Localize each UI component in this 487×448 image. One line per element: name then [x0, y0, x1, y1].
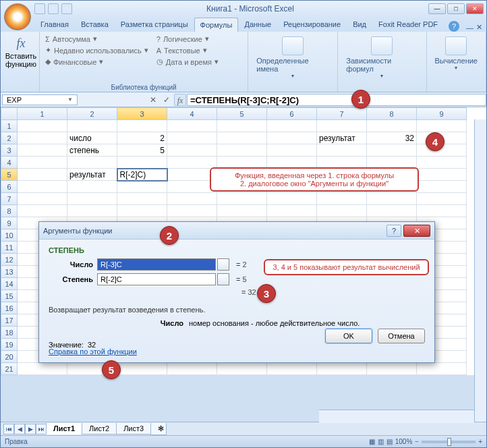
- dialog-help-button[interactable]: ?: [386, 225, 401, 237]
- formula-auditing-button[interactable]: Зависимости формул▾: [342, 34, 422, 82]
- row-header[interactable]: 5: [1, 169, 18, 181]
- range-select-icon[interactable]: [217, 258, 229, 271]
- range-select-icon[interactable]: [217, 273, 229, 285]
- row-header[interactable]: 12: [1, 254, 18, 266]
- insert-function-button[interactable]: fx Вставить функцию: [5, 34, 37, 71]
- tab-foxit[interactable]: Foxit Reader PDF: [372, 17, 444, 32]
- maximize-button[interactable]: □: [447, 3, 465, 14]
- row-header[interactable]: 20: [1, 351, 18, 363]
- row-header[interactable]: 21: [1, 363, 18, 375]
- row-header[interactable]: 6: [1, 181, 18, 193]
- sheet-nav-prev-icon[interactable]: ◀: [14, 424, 25, 435]
- tab-page-layout[interactable]: Разметка страницы: [115, 17, 194, 32]
- cell[interactable]: 5: [117, 144, 167, 157]
- recent-button[interactable]: ✦ Недавно использовались ▾: [44, 45, 150, 55]
- tab-view[interactable]: Вид: [347, 17, 372, 32]
- sheet-nav-last-icon[interactable]: ⏭: [36, 424, 47, 435]
- tab-home[interactable]: Главная: [34, 17, 75, 32]
- row-header[interactable]: 4: [1, 157, 18, 169]
- calculation-button[interactable]: Вычисление▾: [431, 34, 482, 74]
- defined-names-button[interactable]: Определенные имена▾: [252, 34, 333, 82]
- sheet-nav-first-icon[interactable]: ⏮: [3, 424, 14, 435]
- qat-redo-icon[interactable]: [61, 3, 72, 14]
- col-header[interactable]: 8: [367, 108, 417, 120]
- row-header[interactable]: 15: [1, 290, 18, 302]
- row-header[interactable]: 13: [1, 266, 18, 278]
- tab-formulas[interactable]: Формулы: [194, 18, 239, 32]
- minimize-button[interactable]: —: [428, 3, 446, 14]
- tab-data[interactable]: Данные: [238, 17, 277, 32]
- arg2-input[interactable]: [97, 273, 216, 285]
- cancel-formula-icon[interactable]: ✕: [147, 94, 159, 106]
- name-box[interactable]: EXP▼: [2, 94, 78, 105]
- vertical-scrollbar[interactable]: [474, 119, 486, 422]
- sheet-tab[interactable]: Лист2: [82, 423, 117, 435]
- tab-insert[interactable]: Вставка: [75, 17, 115, 32]
- active-cell[interactable]: R[-2]C): [117, 169, 167, 181]
- row-header[interactable]: 19: [1, 339, 18, 351]
- doc-close-icon[interactable]: ✕: [476, 23, 482, 32]
- cell[interactable]: 2: [117, 132, 167, 144]
- fx-button-icon[interactable]: fx: [174, 94, 186, 106]
- logical-button[interactable]: ? Логические ▾: [155, 34, 220, 44]
- col-header[interactable]: 6: [267, 108, 317, 120]
- col-header[interactable]: 7: [317, 108, 367, 120]
- col-header[interactable]: 1: [18, 108, 67, 120]
- help-icon[interactable]: ?: [449, 21, 459, 32]
- col-header[interactable]: 3: [117, 108, 167, 120]
- autosum-button[interactable]: Σ Автосумма ▾: [44, 34, 150, 44]
- arg1-input[interactable]: [97, 258, 216, 271]
- cell[interactable]: степень: [67, 144, 117, 157]
- office-button[interactable]: [4, 3, 31, 30]
- row-header[interactable]: 9: [1, 217, 18, 229]
- ok-button[interactable]: OK: [325, 329, 372, 343]
- zoom-in-button[interactable]: +: [478, 438, 482, 445]
- help-link[interactable]: Справка по этой функции: [49, 347, 137, 356]
- col-header[interactable]: 2: [67, 108, 117, 120]
- col-header[interactable]: 9: [417, 108, 467, 120]
- enter-formula-icon[interactable]: ✓: [161, 94, 173, 106]
- row-header[interactable]: 7: [1, 193, 18, 205]
- close-button[interactable]: ✕: [466, 3, 484, 14]
- sheet-tab[interactable]: Лист1: [46, 423, 82, 435]
- text-button[interactable]: A Текстовые ▾: [155, 45, 220, 55]
- cell[interactable]: результат: [67, 169, 117, 181]
- row-header[interactable]: 17: [1, 314, 18, 327]
- col-header[interactable]: 4: [167, 108, 217, 120]
- select-all-corner[interactable]: [1, 108, 18, 120]
- view-layout-icon[interactable]: ▥: [378, 438, 384, 445]
- row-header[interactable]: 11: [1, 242, 18, 254]
- row-header[interactable]: 2: [1, 132, 18, 144]
- datetime-button[interactable]: ◷ Дата и время ▾: [155, 57, 220, 67]
- row-header[interactable]: 10: [1, 229, 18, 242]
- cancel-button[interactable]: Отмена: [378, 329, 425, 343]
- cell[interactable]: 32: [367, 132, 417, 144]
- view-pagebreak-icon[interactable]: ▤: [386, 438, 393, 445]
- qat-undo-icon[interactable]: [48, 3, 59, 14]
- row-header[interactable]: 14: [1, 278, 18, 290]
- row-header[interactable]: 8: [1, 205, 18, 217]
- tab-review[interactable]: Рецензирование: [277, 17, 347, 32]
- dialog-close-button[interactable]: ✕: [403, 225, 430, 237]
- row-header[interactable]: 3: [1, 144, 18, 157]
- new-sheet-button[interactable]: ✻: [150, 423, 167, 435]
- sheet-tab[interactable]: Лист3: [116, 423, 151, 435]
- zoom-level[interactable]: 100%: [395, 438, 413, 445]
- col-header[interactable]: 5: [217, 108, 267, 120]
- chevron-down-icon[interactable]: ▼: [67, 96, 73, 103]
- zoom-slider[interactable]: [422, 441, 476, 443]
- cell[interactable]: число: [67, 132, 117, 144]
- formula-input[interactable]: =СТЕПЕНЬ(R[-3]C;R[-2]C): [187, 94, 486, 106]
- financial-button[interactable]: ◆ Финансовые ▾: [44, 57, 150, 67]
- zoom-out-button[interactable]: −: [415, 438, 419, 445]
- view-normal-icon[interactable]: ▦: [369, 438, 375, 445]
- row-header[interactable]: 18: [1, 327, 18, 339]
- sheet-nav-next-icon[interactable]: ▶: [25, 424, 36, 435]
- row-header[interactable]: 16: [1, 302, 18, 314]
- ribbon-minimize-icon[interactable]: —: [466, 24, 474, 32]
- row-header[interactable]: 1: [1, 120, 18, 132]
- horizontal-scrollbar[interactable]: [319, 410, 474, 423]
- qat-save-icon[interactable]: [34, 3, 45, 14]
- badge-3: 3: [257, 284, 276, 303]
- cell[interactable]: результат: [317, 132, 367, 144]
